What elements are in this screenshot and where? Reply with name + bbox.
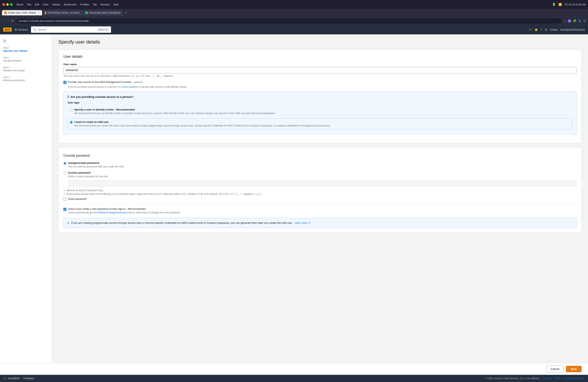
sidebar-hamburger[interactable]: ☰ <box>0 38 52 45</box>
region-selector[interactable]: Global <box>550 28 558 31</box>
tab-emojibase[interactable]: E Shortcodes table | Emojibase <box>83 10 123 15</box>
terms-link[interactable]: Terms <box>554 377 561 380</box>
mac-battery-icon: 🔋 <box>552 3 556 6</box>
account-selector[interactable]: DevOps2024General <box>560 28 585 31</box>
tab-iam-identity[interactable]: A IAM Identity Center | us-east-1 <box>42 10 83 15</box>
custom-password-radio[interactable] <box>63 172 66 175</box>
sidebar-step-2[interactable]: Step 2 Set permissions <box>0 54 52 64</box>
mac-wifi-icon: 📶 <box>558 3 562 6</box>
mac-status-icons: 🔋 📶 Fri 19 Jul 6:48 AM <box>552 3 586 6</box>
mac-menu-view[interactable]: View <box>43 3 48 6</box>
step-3-label: Review and create <box>3 69 49 72</box>
tab-close-1[interactable]: ✕ <box>38 11 40 14</box>
aws-search-bar: 🔍 [Option+S] <box>31 26 111 33</box>
bookmark-icon[interactable]: ☆ <box>563 19 566 22</box>
tab-add-button[interactable]: + <box>123 11 129 15</box>
close-dot[interactable] <box>2 3 5 6</box>
identity-center-radio[interactable] <box>70 109 73 112</box>
iam-policy-link[interactable]: IAMUserChangePassword <box>98 211 126 214</box>
minimize-dot[interactable] <box>6 3 9 6</box>
cloudshell-label[interactable]: CloudShell <box>8 377 20 380</box>
show-password-row: Show password <box>63 197 577 201</box>
next-button[interactable]: Next <box>566 366 582 372</box>
iam-user-desc: We recommend that you create IAM users o… <box>74 124 331 127</box>
tab-create-user[interactable]: A Create user | IAM | Global ✕ <box>2 10 42 15</box>
mac-menu-profiles[interactable]: Profiles <box>80 3 89 6</box>
sidebar-toggle[interactable]: ⊟ <box>583 19 586 22</box>
iam-user-text: I want to create an IAM user We recommen… <box>74 120 331 127</box>
forward-button[interactable]: → <box>7 19 10 23</box>
privacy-link[interactable]: Privacy <box>543 377 551 380</box>
must-change-hint: Users automatically get the IAMUserChang… <box>68 211 181 214</box>
step-2-num: Step 2 <box>3 56 49 59</box>
mac-menu-bookmarks[interactable]: Bookmarks <box>64 3 77 6</box>
notice-text: If you are creating programmatic access … <box>71 221 310 225</box>
aws-favicon-1: A <box>4 11 7 14</box>
must-change-password-row: Users must create a new password at next… <box>63 207 577 214</box>
tab-list: A Create user | IAM | Global ✕ A IAM Ide… <box>2 10 586 15</box>
show-password-checkbox[interactable] <box>63 198 66 201</box>
mac-menu-help[interactable]: Help <box>113 3 119 6</box>
console-hint: If you're providing console access to a … <box>68 86 577 88</box>
aws-search-input[interactable] <box>38 28 95 31</box>
custom-password-option[interactable]: Custom password Enter a custom password … <box>63 171 577 179</box>
sidebar-step-3[interactable]: Step 3 Review and create <box>0 64 52 74</box>
console-access-row: Provide user access to the AWS Managemen… <box>63 80 577 84</box>
autogenerated-label: Autogenerated password <box>68 161 124 164</box>
notice-info-icon: ℹ <box>68 221 69 225</box>
mac-menu-brave[interactable]: Brave <box>17 3 23 6</box>
cloudshell-icon[interactable]: ⬛ <box>529 28 532 31</box>
password-rules: Must be at least 8 characters long Must … <box>67 189 577 195</box>
identity-center-option[interactable]: Specify a user in Identity Center - Reco… <box>68 106 572 117</box>
mac-menu-file[interactable]: File <box>27 3 31 6</box>
iam-user-radio[interactable] <box>70 121 73 124</box>
custom-password-input-wrapper <box>68 180 577 187</box>
cookie-link[interactable]: Cookie preferences <box>564 377 585 380</box>
custom-password-hint: Enter a custom password for the user. <box>68 175 108 178</box>
autogenerated-radio[interactable] <box>63 162 66 165</box>
username-input[interactable] <box>63 67 577 73</box>
username-hint: The user name can have up to 64 characte… <box>63 75 577 77</box>
mac-menu-tab[interactable]: Tab <box>93 3 97 6</box>
user-type-label: User type <box>68 101 572 104</box>
url-bar-row: ← → ↻ ☆ 1 🧩 👤 ⊟ <box>0 17 588 25</box>
mac-menu-history[interactable]: History <box>52 3 60 6</box>
programmatic-notice-box: ℹ If you are creating programmatic acces… <box>63 218 577 228</box>
refresh-button[interactable]: ↻ <box>11 19 14 23</box>
notification-icon[interactable]: 🔔 <box>535 28 538 31</box>
help-icon[interactable]: ? <box>541 28 542 31</box>
back-button[interactable]: ← <box>2 19 6 23</box>
tab-label-3: Shortcodes table | Emojibase <box>89 11 120 14</box>
aws-logo: aws <box>3 28 12 32</box>
console-access-checkbox[interactable] <box>63 81 66 84</box>
autogenerated-option[interactable]: Autogenerated password You can view the … <box>63 161 577 169</box>
learn-more-link[interactable]: Learn more <box>294 221 307 224</box>
fullscreen-dot[interactable] <box>10 3 13 6</box>
mac-window-controls[interactable] <box>2 3 13 6</box>
bottom-right: © 2024, Amazon Web Services, Inc. or its… <box>486 377 585 380</box>
iam-user-option[interactable]: I want to create an IAM user We recommen… <box>68 118 572 129</box>
mac-menu-window[interactable]: Window <box>100 3 110 6</box>
url-input[interactable] <box>16 18 561 24</box>
browser-tab-bar: A Create user | IAM | Global ✕ A IAM Ide… <box>0 9 588 17</box>
console-password-title: Console password <box>63 154 577 157</box>
sidebar-step-4[interactable]: Step 4 Retrieve password <box>0 74 52 84</box>
emojibase-favicon: E <box>85 11 88 14</box>
must-change-password-checkbox[interactable] <box>63 208 66 211</box>
services-label: Services <box>18 28 28 31</box>
cancel-button[interactable]: Cancel <box>546 366 564 372</box>
feedback-label[interactable]: Feedback <box>23 377 34 380</box>
mac-menu-edit[interactable]: Edit <box>35 3 39 6</box>
user-details-card-title: User details <box>63 55 577 59</box>
services-button[interactable]: ⊞ Services <box>15 28 28 31</box>
best-practice-link[interactable]: best practice <box>123 86 137 88</box>
tab-label-1: Create user | IAM | Global <box>8 11 36 14</box>
username-group: User name The user name can have up to 6… <box>63 63 577 77</box>
profile-icon[interactable]: 👤 <box>578 19 581 22</box>
extensions-icon[interactable]: 🧩 <box>573 19 576 22</box>
sidebar-step-1[interactable]: Step 1 Specify user details <box>0 45 52 54</box>
settings-icon[interactable]: ⚙ <box>545 28 547 31</box>
custom-password-input <box>68 180 577 187</box>
identity-center-desc: We recommend that you use Identity Cente… <box>74 112 276 115</box>
url-bar-actions: ☆ 1 🧩 👤 ⊟ <box>563 19 586 22</box>
